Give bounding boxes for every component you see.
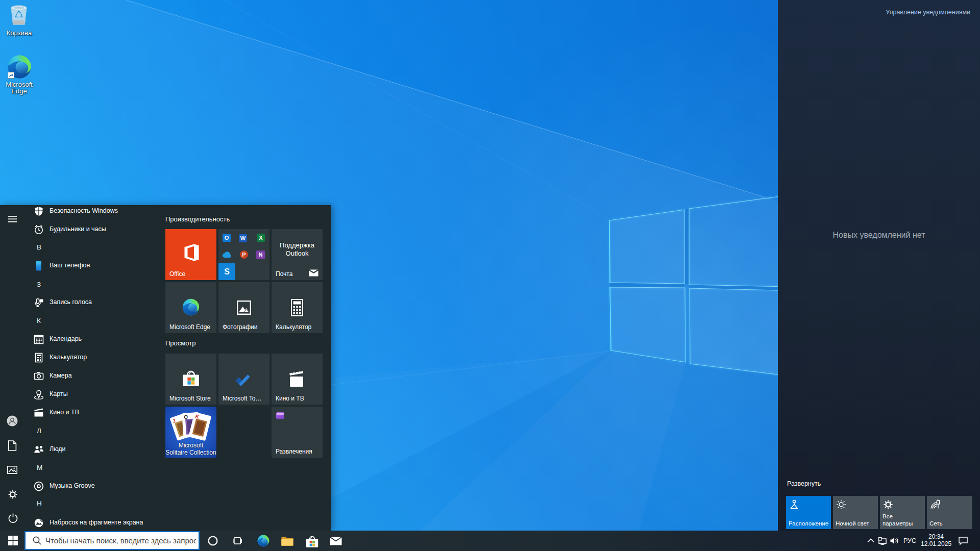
svg-text:Q: Q <box>184 414 188 420</box>
